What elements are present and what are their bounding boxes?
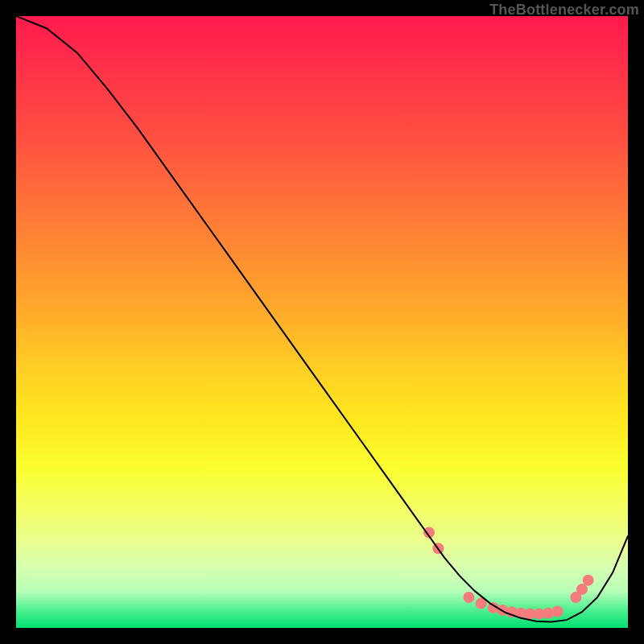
chart-svg (16, 16, 628, 628)
data-dot (552, 605, 564, 617)
chart-frame: TheBottlenecker.com (0, 0, 644, 644)
data-dot (463, 592, 474, 603)
data-dot (583, 575, 594, 586)
data-dot (576, 584, 588, 595)
watermark-text: TheBottlenecker.com (489, 2, 639, 19)
plot-area (16, 16, 628, 628)
bottleneck-curve (16, 16, 628, 621)
data-dots (423, 526, 594, 619)
